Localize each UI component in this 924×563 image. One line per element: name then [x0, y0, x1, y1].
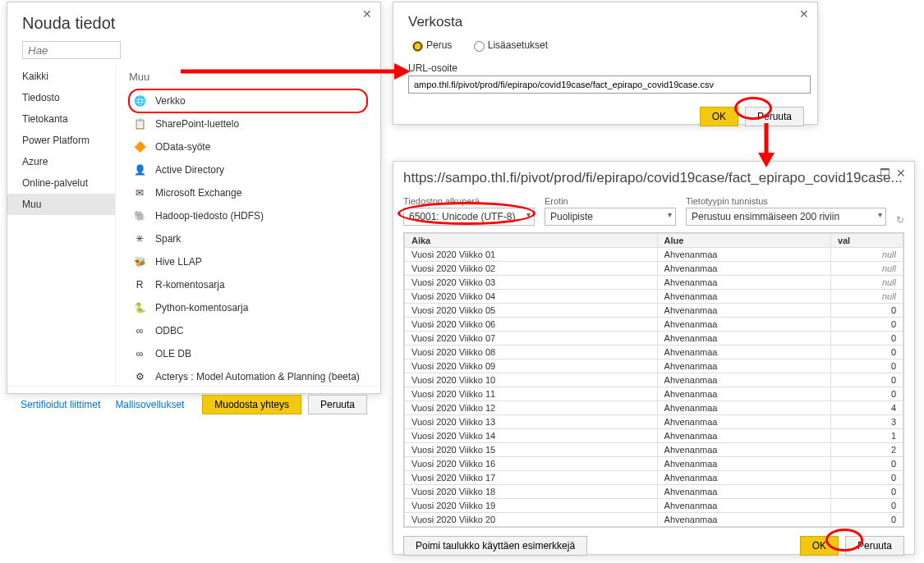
connector-item[interactable]: 📋SharePoint-luettelo [129, 112, 367, 135]
table-cell: Ahvenanmaa [657, 276, 830, 290]
connector-item[interactable]: 🌐Verkko [129, 89, 367, 112]
table-cell: Ahvenanmaa [657, 318, 830, 332]
connector-item[interactable]: 🐍Python-komentosarja [129, 296, 367, 319]
connector-label: OLE DB [155, 348, 191, 359]
table-row: Vuosi 2020 Viikko 18Ahvenanmaa0 [405, 485, 903, 499]
connector-item[interactable]: 🐝Hive LLAP [129, 250, 367, 273]
table-cell: 0 [830, 499, 903, 513]
table-cell: 0 [830, 304, 903, 318]
category-item[interactable]: Tiedosto [7, 87, 115, 108]
connector-item[interactable]: ∞OLE DB [129, 342, 367, 365]
close-icon[interactable]: ✕ [799, 7, 809, 21]
table-row: Vuosi 2020 Viikko 01Ahvenanmaanull [405, 248, 903, 262]
url-input[interactable] [408, 76, 811, 94]
radio-advanced[interactable]: Lisäasetukset [470, 39, 548, 52]
category-item[interactable]: Kaikki [7, 66, 115, 87]
table-row: Vuosi 2020 Viikko 12Ahvenanmaa4 [405, 401, 903, 415]
table-cell: Ahvenanmaa [657, 346, 830, 359]
connector-item[interactable]: 👤Active Directory [129, 158, 367, 181]
table-cell: Ahvenanmaa [657, 443, 830, 457]
csv-preview-dialog: 🗖 ✕ https://sampo.thl.fi/pivot/prod/fi/e… [393, 161, 915, 555]
table-cell: Vuosi 2020 Viikko 03 [405, 276, 658, 290]
ok-button[interactable]: OK [700, 107, 738, 126]
table-cell: Ahvenanmaa [657, 471, 830, 485]
delimiter-dropdown[interactable]: Puolipiste [545, 208, 676, 226]
connector-icon: ∞ [132, 346, 147, 361]
radio-basic[interactable]: Perus [408, 39, 452, 52]
table-cell: 4 [830, 401, 903, 415]
table-cell: Vuosi 2020 Viikko 11 [405, 387, 658, 401]
table-cell: Vuosi 2020 Viikko 09 [405, 359, 658, 373]
connector-label: ODBC [155, 325, 184, 336]
cancel-button[interactable]: Peruuta [308, 395, 367, 414]
connector-area: Muu 🌐Verkko📋SharePoint-luettelo🔶OData-sy… [116, 66, 380, 386]
connector-item[interactable]: ⚙Acterys : Model Automation & Planning (… [129, 365, 367, 386]
table-row: Vuosi 2020 Viikko 02Ahvenanmaanull [405, 262, 903, 276]
datatype-detect-label: Tietotyypin tunnistus [686, 196, 886, 206]
connector-item[interactable]: ✉Microsoft Exchange [129, 181, 367, 204]
connector-item[interactable]: 🐘Hadoop-tiedosto (HDFS) [129, 204, 367, 227]
table-row: Vuosi 2020 Viikko 16Ahvenanmaa0 [405, 457, 903, 471]
cancel-button[interactable]: Peruuta [745, 107, 804, 126]
table-cell: Vuosi 2020 Viikko 10 [405, 373, 658, 387]
refresh-icon[interactable]: ↻ [896, 214, 904, 226]
datatype-detect-dropdown[interactable]: Perustuu ensimmäiseen 200 riviin [686, 208, 886, 226]
table-cell: null [830, 290, 903, 304]
column-header[interactable]: Alue [657, 234, 830, 248]
category-item[interactable]: Azure [7, 151, 115, 172]
table-cell: 0 [830, 485, 903, 499]
table-cell: Ahvenanmaa [657, 359, 830, 373]
connector-icon: 🔶 [132, 140, 147, 154]
category-item[interactable]: Power Platform [7, 130, 115, 151]
table-row: Vuosi 2020 Viikko 03Ahvenanmaanull [405, 276, 903, 290]
category-item[interactable]: Muu [7, 194, 115, 215]
template-apps-link[interactable]: Mallisovellukset [115, 399, 184, 410]
connector-icon: 🌐 [132, 94, 147, 108]
table-cell: 3 [830, 415, 903, 429]
connect-button[interactable]: Muodosta yhteys [202, 395, 301, 414]
connector-label: Acterys : Model Automation & Planning (b… [155, 371, 360, 382]
table-cell: 1 [830, 429, 903, 443]
table-cell: Ahvenanmaa [657, 304, 830, 318]
category-item[interactable]: Online-palvelut [7, 172, 115, 194]
preview-table-wrap[interactable]: AikaAlueval Vuosi 2020 Viikko 01Ahvenanm… [403, 232, 904, 528]
connector-item[interactable]: ∞ODBC [129, 319, 367, 342]
connector-icon: ⚙ [132, 369, 147, 384]
search-input[interactable] [22, 41, 121, 59]
connector-item[interactable]: ✳Spark [129, 227, 367, 250]
table-cell: Vuosi 2020 Viikko 20 [405, 513, 658, 527]
cancel-button[interactable]: Peruuta [845, 536, 904, 556]
category-item[interactable]: Tietokanta [7, 108, 115, 130]
connector-item[interactable]: RR-komentosarja [129, 273, 367, 296]
dialog-title: Nouda tiedot [22, 14, 380, 33]
connector-item[interactable]: 🔶OData-syöte [129, 135, 367, 158]
mode-radio-group: Perus Lisäasetukset [408, 39, 817, 54]
table-cell: Vuosi 2020 Viikko 19 [405, 499, 658, 513]
connector-label: OData-syöte [155, 141, 210, 153]
maximize-icon[interactable]: 🗖 [880, 167, 890, 178]
dialog-title: Verkosta [408, 14, 817, 30]
table-cell: Vuosi 2020 Viikko 18 [405, 485, 658, 499]
table-row: Vuosi 2020 Viikko 14Ahvenanmaa1 [405, 429, 903, 443]
file-origin-dropdown[interactable]: 65001: Unicode (UTF-8) [403, 208, 535, 226]
table-cell: null [830, 262, 903, 276]
extract-using-examples-button[interactable]: Poimi taulukko käyttäen esimerkkejä [403, 536, 587, 556]
table-cell: Vuosi 2020 Viikko 13 [405, 415, 658, 429]
ok-button[interactable]: OK [800, 536, 839, 556]
table-cell: Vuosi 2020 Viikko 12 [405, 401, 658, 415]
close-icon[interactable]: ✕ [362, 7, 372, 21]
connector-label: Hive LLAP [155, 256, 202, 268]
certified-connectors-link[interactable]: Sertifioidut liittimet [21, 399, 100, 410]
column-header[interactable]: Aika [405, 234, 658, 248]
close-icon[interactable]: ✕ [896, 167, 906, 180]
table-cell: 0 [830, 387, 903, 401]
table-cell: 0 [830, 359, 903, 373]
connector-label: SharePoint-luettelo [155, 118, 239, 130]
table-row: Vuosi 2020 Viikko 05Ahvenanmaa0 [405, 304, 903, 318]
table-cell: Vuosi 2020 Viikko 15 [405, 443, 658, 457]
table-row: Vuosi 2020 Viikko 11Ahvenanmaa0 [405, 387, 903, 401]
column-header[interactable]: val [830, 234, 903, 248]
table-cell: Vuosi 2020 Viikko 04 [405, 290, 658, 304]
table-row: Vuosi 2020 Viikko 20Ahvenanmaa0 [405, 513, 903, 527]
connector-label: Verkko [155, 95, 186, 107]
